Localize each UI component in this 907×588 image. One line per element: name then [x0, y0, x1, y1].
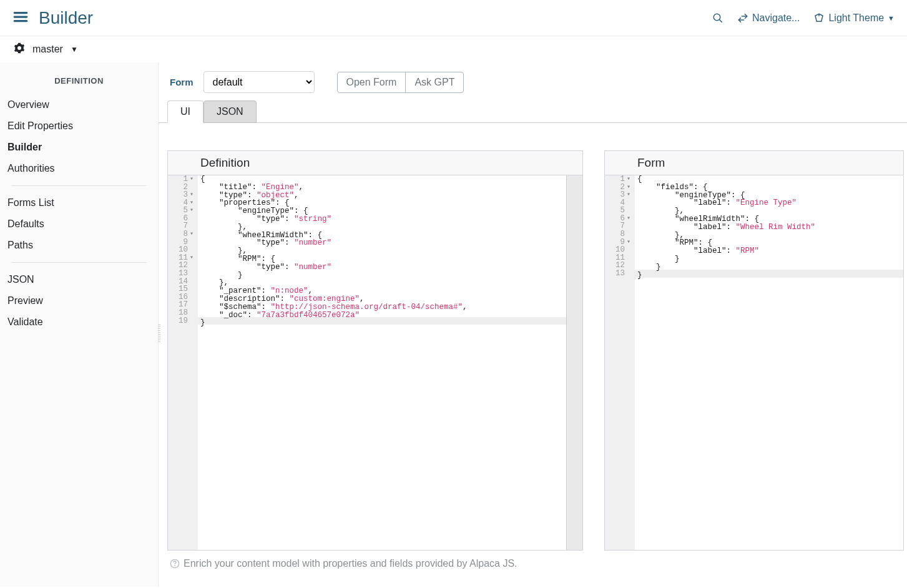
topbar: Builder Navigate... Light Theme ▼	[0, 0, 907, 36]
editor-code[interactable]: { "title": "Engine", "type": "object", "…	[198, 175, 566, 550]
sidebar-item-validate[interactable]: Validate	[0, 311, 158, 333]
chevron-down-icon: ▼	[71, 45, 78, 54]
main-content: Form default Open Form Ask GPT UI JSON D…	[159, 62, 907, 587]
sidebar-item-forms-list[interactable]: Forms List	[0, 192, 158, 213]
hint-text: Enrich your content model with propertie…	[167, 551, 907, 577]
sidebar-item-edit-properties[interactable]: Edit Properties	[0, 115, 158, 137]
sidebar-item-paths[interactable]: Paths	[0, 235, 158, 256]
sidebar-item-builder[interactable]: Builder	[0, 137, 158, 158]
sidebar-item-authorities[interactable]: Authorities	[0, 158, 158, 179]
panel-form: Form 1▾2▾3▾456▾789▾10111213 { "fields": …	[604, 150, 904, 551]
editor-gutter: 1▾2▾3▾456▾789▾10111213	[605, 175, 635, 550]
svg-line-4	[719, 19, 722, 22]
form-button-group: Open Form Ask GPT	[337, 72, 464, 93]
branch-name: master	[32, 44, 63, 55]
editor-code[interactable]: { "fields": { "engineType": { "label": "…	[635, 175, 903, 550]
tabs: UI JSON	[159, 100, 907, 123]
help-icon	[170, 559, 180, 569]
layout: DEFINITION Overview Edit Properties Buil…	[0, 62, 907, 587]
panel-definition-header: Definition	[168, 151, 582, 175]
gear-icon	[14, 42, 25, 56]
branch-selector[interactable]: master ▼	[0, 36, 907, 62]
topbar-left: Builder	[12, 8, 93, 28]
divider	[11, 262, 147, 263]
search-icon[interactable]	[712, 12, 723, 24]
svg-point-8	[175, 566, 175, 566]
editor-definition[interactable]: 1▾23▾4▾5▾678▾91011▾1213141516171819 { "t…	[168, 175, 582, 550]
panel-definition: Definition 1▾23▾4▾5▾678▾91011▾1213141516…	[167, 150, 583, 551]
theme-label: Light Theme	[828, 12, 884, 24]
hint-label: Enrich your content model with propertie…	[184, 558, 517, 569]
page-title: Builder	[39, 8, 93, 28]
topbar-right: Navigate... Light Theme ▼	[712, 12, 895, 24]
tab-json[interactable]: JSON	[203, 100, 257, 123]
menu-icon[interactable]	[12, 9, 29, 27]
scrollbar-vertical[interactable]	[566, 175, 582, 550]
sidebar: DEFINITION Overview Edit Properties Buil…	[0, 62, 159, 587]
panels: Definition 1▾23▾4▾5▾678▾91011▾1213141516…	[167, 150, 907, 551]
sidebar-item-preview[interactable]: Preview	[0, 290, 158, 311]
sidebar-item-json[interactable]: JSON	[0, 269, 158, 290]
form-toolbar: Form default Open Form Ask GPT	[167, 71, 907, 100]
divider	[11, 185, 147, 186]
editor-gutter: 1▾23▾4▾5▾678▾91011▾1213141516171819	[168, 175, 198, 550]
form-label: Form	[170, 77, 197, 87]
sidebar-item-defaults[interactable]: Defaults	[0, 213, 158, 235]
tab-ui[interactable]: UI	[167, 100, 203, 123]
theme-toggle[interactable]: Light Theme ▼	[813, 12, 895, 24]
form-select[interactable]: default	[203, 71, 315, 93]
navigate-link[interactable]: Navigate...	[737, 12, 800, 24]
svg-point-3	[713, 14, 720, 21]
navigate-label: Navigate...	[752, 12, 800, 24]
sidebar-heading: DEFINITION	[0, 70, 158, 94]
sidebar-item-overview[interactable]: Overview	[0, 94, 158, 115]
open-form-button[interactable]: Open Form	[337, 72, 406, 93]
chevron-down-icon: ▼	[888, 14, 895, 22]
editor-form[interactable]: 1▾2▾3▾456▾789▾10111213 { "fields": { "en…	[605, 175, 903, 550]
ask-gpt-button[interactable]: Ask GPT	[405, 72, 464, 93]
panel-form-header: Form	[605, 151, 903, 175]
